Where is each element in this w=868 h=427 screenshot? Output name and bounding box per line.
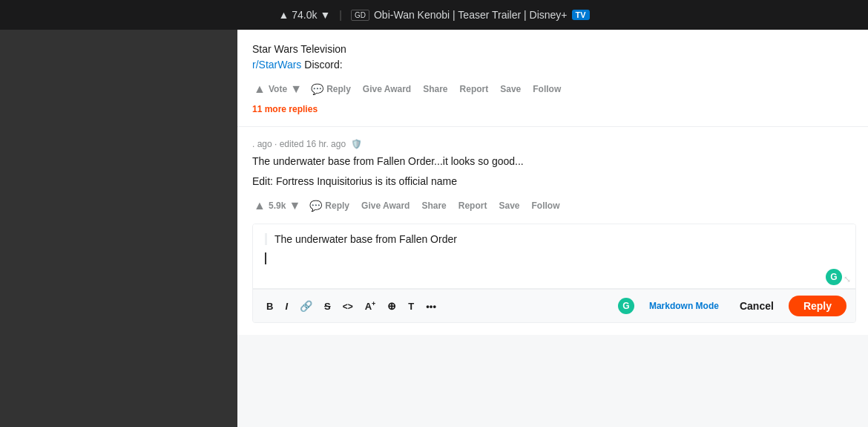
italic-btn[interactable]: I — [280, 298, 292, 315]
cancel-btn[interactable]: Cancel — [728, 296, 786, 316]
follow-btn-2[interactable]: Follow — [527, 198, 564, 214]
reply-submit-btn[interactable]: Reply — [789, 296, 846, 316]
give-award-label-2: Give Award — [361, 201, 410, 211]
spoiler-btn[interactable]: ⊕ — [383, 297, 401, 315]
left-sidebar — [0, 30, 237, 427]
top-bar: ▲ 74.0k ▼ | GD Obi-Wan Kenobi | Teaser T… — [0, 0, 868, 30]
reply-label-2: Reply — [325, 201, 349, 211]
reply-icon-2: 💬 — [309, 200, 322, 212]
share-label-2: Share — [421, 201, 446, 211]
save-btn-2[interactable]: Save — [494, 198, 524, 214]
reply-input-line[interactable] — [265, 252, 844, 282]
vote-label-1: Vote — [269, 84, 287, 94]
reply-btn-1[interactable]: 💬 Reply — [306, 80, 355, 98]
quote-text: The underwater base from Fallen Order — [274, 233, 457, 245]
report-label-1: Report — [460, 84, 489, 94]
bold-btn[interactable]: B — [262, 298, 277, 315]
comment-2-line2: Edit: Fortress Inquisitorius is its offi… — [252, 174, 856, 189]
more-btn[interactable]: ••• — [421, 298, 441, 315]
comment-1: Star Wars Television r/StarWars Discord:… — [237, 30, 868, 127]
post-votes: ▲ 74.0k ▼ — [278, 9, 330, 21]
upvote-icon[interactable]: ▲ — [278, 9, 289, 21]
superscript-icon: A+ — [365, 301, 376, 312]
reply-box: The underwater base from Fallen Order G … — [252, 224, 856, 323]
comment-1-line2: r/StarWars Discord: — [252, 57, 856, 73]
save-label-2: Save — [499, 201, 519, 211]
comment-2-body: The underwater base from Fallen Order...… — [252, 154, 856, 189]
vote-button-2[interactable]: ▲ 5.9k ▼ — [252, 198, 302, 213]
spoiler-icon: ⊕ — [387, 300, 396, 312]
upvote-icon-2[interactable]: ▲ — [252, 198, 267, 213]
reply-btn-2[interactable]: 💬 Reply — [305, 197, 354, 215]
comment-2-actions: ▲ 5.9k ▼ 💬 Reply Give Award Share Report — [252, 197, 856, 215]
comment-1-body: Star Wars Television r/StarWars Discord: — [252, 42, 856, 73]
post-title: Obi-Wan Kenobi | Teaser Trailer | Disney… — [374, 9, 568, 21]
resize-handle-area[interactable]: ⤡ — [844, 272, 851, 285]
report-label-2: Report — [458, 201, 487, 211]
reply-label-1: Reply — [326, 84, 351, 94]
vote-count-2: 5.9k — [269, 201, 286, 211]
upvote-icon-1[interactable]: ▲ — [252, 82, 267, 97]
report-btn-1[interactable]: Report — [456, 81, 493, 97]
quote-block: The underwater base from Fallen Order — [265, 233, 844, 245]
text-cursor — [265, 252, 266, 264]
comment-1-line1: Star Wars Television — [252, 42, 856, 57]
share-label-1: Share — [423, 84, 447, 94]
comment-2-meta: . ago · edited 16 hr. ago 🛡️ — [252, 139, 362, 149]
superscript-btn[interactable]: A+ — [361, 297, 381, 315]
more-replies[interactable]: 11 more replies — [252, 104, 856, 114]
comment-1-actions: ▲ Vote ▼ 💬 Reply Give Award Share Report — [252, 80, 856, 98]
main-layout: Star Wars Television r/StarWars Discord:… — [0, 30, 868, 427]
save-label-1: Save — [500, 84, 521, 94]
save-btn-1[interactable]: Save — [496, 81, 525, 97]
link-icon: 🔗 — [300, 300, 312, 312]
grammarly-btn[interactable]: G — [618, 298, 634, 314]
post-title-section: GD Obi-Wan Kenobi | Teaser Trailer | Dis… — [351, 9, 590, 21]
downvote-icon[interactable]: ▼ — [320, 9, 330, 21]
follow-label-1: Follow — [533, 84, 561, 94]
follow-label-2: Follow — [531, 201, 559, 211]
grammarly-icon: G — [826, 269, 842, 285]
platform-badge: GD — [351, 10, 369, 21]
give-award-btn-2[interactable]: Give Award — [357, 198, 414, 214]
markdown-mode-btn[interactable]: Markdown Mode — [643, 298, 725, 314]
comment-2-meta-text: . ago · edited 16 hr. ago — [252, 139, 346, 149]
code-btn[interactable]: <> — [338, 298, 358, 315]
resize-handle[interactable]: ⤡ — [844, 274, 851, 284]
share-btn-1[interactable]: Share — [418, 81, 452, 97]
strikethrough-btn[interactable]: S — [320, 298, 335, 315]
report-btn-2[interactable]: Report — [454, 198, 492, 214]
code-icon: <> — [343, 301, 353, 312]
vote-button-1[interactable]: ▲ Vote ▼ — [252, 82, 303, 97]
subreddit-link[interactable]: r/StarWars — [252, 59, 301, 71]
downvote-icon-2[interactable]: ▼ — [287, 198, 302, 213]
discord-text: Discord: — [304, 59, 342, 71]
content-area: Star Wars Television r/StarWars Discord:… — [237, 30, 868, 427]
reply-text-area-wrapper: The underwater base from Fallen Order — [253, 224, 855, 289]
share-btn-2[interactable]: Share — [417, 198, 450, 214]
comment-2-line1: The underwater base from Fallen Order...… — [252, 154, 856, 169]
downvote-icon-1[interactable]: ▼ — [289, 82, 303, 97]
edited-icon: 🛡️ — [351, 139, 362, 149]
reply-icon-1: 💬 — [311, 83, 323, 95]
give-award-label-1: Give Award — [363, 84, 411, 94]
reply-toolbar: B I 🔗 S <> A+ ⊕ T ••• — [253, 289, 855, 322]
comment-2-header: . ago · edited 16 hr. ago 🛡️ — [252, 139, 856, 149]
separator: | — [339, 9, 342, 21]
table-btn[interactable]: T — [404, 298, 418, 315]
follow-btn-1[interactable]: Follow — [528, 81, 565, 97]
tv-badge: TV — [572, 10, 590, 20]
comment-2: . ago · edited 16 hr. ago 🛡️ The underwa… — [237, 127, 868, 335]
give-award-btn-1[interactable]: Give Award — [358, 81, 415, 97]
score-value: 74.0k — [292, 9, 317, 21]
link-btn[interactable]: 🔗 — [295, 297, 317, 315]
